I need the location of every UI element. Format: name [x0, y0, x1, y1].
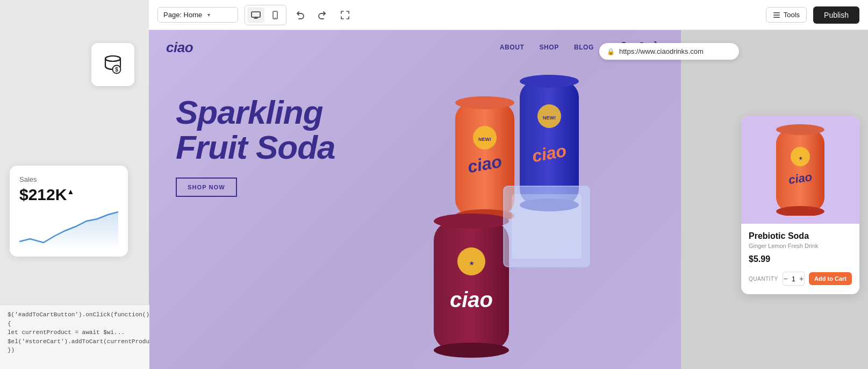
svg-rect-8 [773, 12, 780, 13]
quantity-label: QUANTITY [749, 276, 778, 282]
svg-point-7 [275, 17, 276, 18]
svg-point-22 [520, 75, 579, 88]
database-widget[interactable]: $ [91, 43, 134, 86]
hero-title: Sparkling Fruit Soda [176, 95, 335, 165]
product-card: ciao ★ Prebiotic Soda Ginger Lemon Fresh… [741, 116, 859, 294]
svg-rect-5 [252, 12, 260, 17]
mobile-device-button[interactable] [267, 8, 284, 23]
url-bar: 🔒 https://www.ciaodrinks.com [599, 43, 739, 60]
nav-blog[interactable]: BLOG [574, 44, 594, 51]
site-logo: ciao [166, 39, 193, 56]
hero-text: Sparkling Fruit Soda SHOP NOW [176, 95, 335, 197]
product-info: Prebiotic Soda Ginger Lemon Fresh Drink … [741, 224, 859, 294]
product-price: $5.99 [749, 254, 852, 264]
expand-button[interactable] [336, 6, 354, 24]
quantity-controls: − 1 + [783, 272, 805, 286]
svg-point-16 [455, 96, 514, 109]
chevron-down-icon: ▾ [207, 12, 210, 18]
quantity-minus-button[interactable]: − [783, 272, 788, 285]
history-group [293, 7, 329, 23]
svg-rect-10 [773, 17, 780, 18]
add-to-cart-button[interactable]: Add to Cart [809, 272, 852, 285]
code-line-2: let currentProduct = await $wi... [8, 328, 142, 337]
product-qty-row: QUANTITY − 1 + Add to Cart [749, 272, 852, 286]
code-line-1: $('#addToCartButton').onClick(function()… [8, 310, 142, 328]
svg-point-36 [776, 124, 824, 135]
cans-illustration: ciao NEW! ciao NEW! [385, 52, 665, 364]
page-selector[interactable]: Page: Home ▾ [157, 7, 238, 23]
tools-label: Tools [784, 11, 800, 19]
quantity-value: 1 [788, 275, 799, 283]
toolbar: Page: Home ▾ [149, 0, 868, 30]
sales-widget: Sales $212K▲ [10, 166, 128, 257]
url-text: https://www.ciaodrinks.com [619, 47, 704, 55]
undo-button[interactable] [293, 7, 309, 23]
redo-icon [317, 11, 326, 19]
product-name: Prebiotic Soda [749, 231, 852, 241]
svg-point-29 [434, 343, 509, 358]
ice-block [493, 170, 600, 278]
code-panel: $('#addToCartButton').onClick(function()… [0, 304, 149, 369]
expand-icon [340, 10, 350, 20]
desktop-device-button[interactable] [247, 8, 264, 23]
svg-text:NEW!: NEW! [478, 137, 491, 142]
code-line-4: }) [8, 346, 142, 355]
svg-rect-9 [773, 15, 780, 16]
product-image: ciao ★ [741, 116, 859, 224]
svg-rect-35 [776, 130, 824, 211]
product-subtitle: Ginger Lemon Fresh Drink [749, 243, 852, 249]
sales-value: $212K▲ [19, 186, 118, 204]
device-toggle-group [245, 5, 286, 25]
database-icon: $ [102, 53, 124, 76]
tools-icon [773, 11, 780, 19]
phone-icon [272, 11, 278, 19]
publish-button[interactable]: Publish [813, 6, 859, 24]
monitor-icon [251, 11, 261, 19]
lock-icon: 🔒 [607, 48, 615, 55]
sales-label: Sales [19, 175, 118, 183]
quantity-plus-button[interactable]: + [799, 272, 804, 285]
page-selector-label: Page: Home [163, 11, 202, 19]
nav-shop[interactable]: SHOP [540, 44, 559, 51]
svg-text:★: ★ [799, 156, 803, 161]
svg-rect-34 [512, 194, 582, 259]
svg-text:$: $ [115, 67, 118, 73]
canvas: ciao ABOUT SHOP BLOG [149, 30, 868, 369]
code-line-3: $el('#storeCart').addToCart(currentProdu… [8, 337, 142, 346]
svg-text:★: ★ [469, 260, 475, 266]
sales-chart [19, 209, 118, 247]
svg-text:NEW!: NEW! [543, 115, 556, 120]
nav-about[interactable]: ABOUT [500, 44, 525, 51]
svg-text:ciao: ciao [450, 288, 493, 311]
product-can-svg: ciao ★ [773, 124, 827, 216]
shop-now-button[interactable]: SHOP NOW [176, 178, 237, 197]
site-preview: ciao ABOUT SHOP BLOG [149, 30, 681, 369]
tools-button[interactable]: Tools [766, 7, 807, 23]
redo-button[interactable] [313, 7, 329, 23]
undo-icon [296, 11, 306, 19]
svg-point-1 [105, 56, 120, 61]
